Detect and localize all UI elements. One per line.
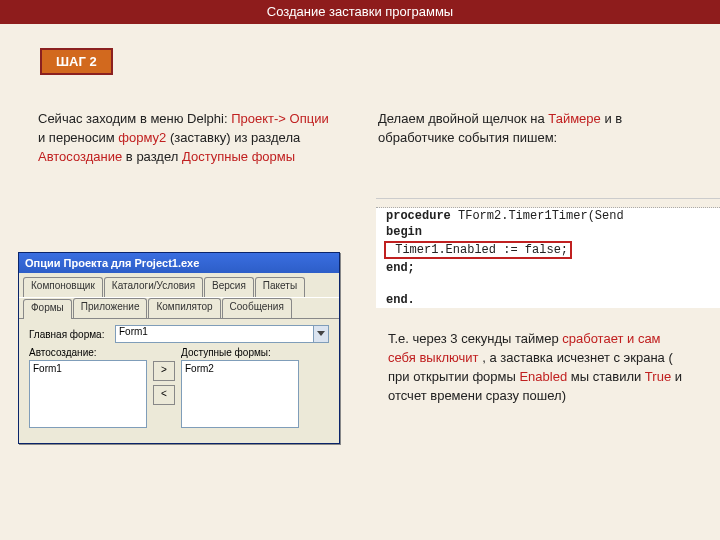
step-label: ШАГ 2 [56,54,97,69]
move-right-button[interactable]: > [153,361,175,381]
text-red: Enabled [519,369,567,384]
main-form-value: Form1 [119,326,148,337]
code-line [376,276,720,292]
tab-row-bottom: Формы Приложение Компилятор Сообщения [19,297,339,318]
page-header: Создание заставки программы [0,0,720,24]
text-red: Автосоздание [38,149,122,164]
code-gutter [376,199,720,208]
text: Т.е. через 3 секунды таймер [388,331,562,346]
text-red: Доступные формы [182,149,295,164]
main-form-row: Главная форма: Form1 [29,325,329,343]
tab-prilozhenie[interactable]: Приложение [73,298,148,318]
main-form-combo[interactable]: Form1 [115,325,329,343]
text-red: Проект-> Опции [231,111,328,126]
text-red: Таймере [548,111,600,126]
lists-row: Автосоздание: Form1 > < Доступные формы:… [29,347,329,428]
text: (заставку) из раздела [170,130,300,145]
available-col: Доступные формы: Form2 [181,347,299,428]
main-form-label: Главная форма: [29,329,115,340]
move-buttons: > < [153,361,175,428]
code-highlight: Timer1.Enabled := false; [384,241,572,259]
auto-create-col: Автосоздание: Form1 [29,347,147,428]
step-badge: ШАГ 2 [40,48,113,75]
code-line: procedure TForm2.Timer1Timer(Send [376,208,720,224]
left-paragraph: Сейчас заходим в меню Delphi: Проект-> О… [38,110,338,167]
auto-create-listbox[interactable]: Form1 [29,360,147,428]
tab-row-top: Компоновщик Каталоги/Условия Версия Паке… [19,273,339,297]
text: и переносим [38,130,118,145]
text: в раздел [126,149,182,164]
page-title: Создание заставки программы [267,4,453,19]
available-listbox[interactable]: Form2 [181,360,299,428]
text: Сейчас заходим в меню Delphi: [38,111,231,126]
text: Делаем двойной щелчок на [378,111,548,126]
code-line: begin [376,224,720,240]
text-red: True [645,369,671,384]
right-paragraph: Делаем двойной щелчок на Таймере и в обр… [378,110,688,148]
tab-katalogi[interactable]: Каталоги/Условия [104,277,203,297]
tab-kompоnovshchik[interactable]: Компоновщик [23,277,103,297]
text: мы ставили [571,369,645,384]
keyword: procedure [386,209,451,223]
tab-formy[interactable]: Формы [23,299,72,319]
dialog-title: Опции Проекта для Project1.exe [19,253,339,273]
available-label: Доступные формы: [181,347,299,358]
right-paragraph-2: Т.е. через 3 секунды таймер сработает и … [388,330,688,405]
move-left-button[interactable]: < [153,385,175,405]
tab-soobshcheniya[interactable]: Сообщения [222,298,292,318]
code-line: end; [376,260,720,276]
code-line: end. [376,292,720,308]
project-options-dialog: Опции Проекта для Project1.exe Компоновщ… [18,252,340,444]
dialog-panel: Главная форма: Form1 Автосоздание: Form1… [19,318,339,432]
chevron-down-icon [317,331,325,336]
auto-create-label: Автосоздание: [29,347,147,358]
code-snippet: procedure TForm2.Timer1Timer(Send begin … [376,198,720,308]
tab-kompilyator[interactable]: Компилятор [148,298,220,318]
tab-pakety[interactable]: Пакеты [255,277,305,297]
tab-versiya[interactable]: Версия [204,277,254,297]
text-red: форму2 [118,130,166,145]
code-text: TForm2.Timer1Timer(Send [451,209,624,223]
